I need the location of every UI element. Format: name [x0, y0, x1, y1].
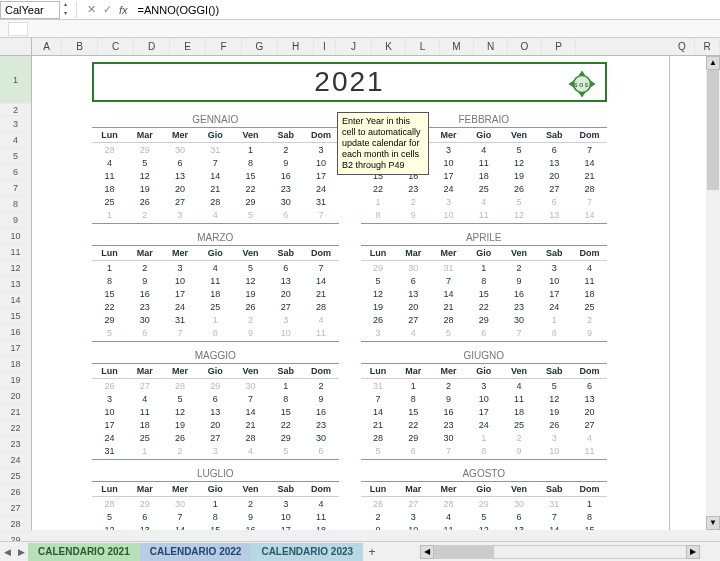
row-header-16[interactable]: 16 [0, 324, 31, 340]
day-cell[interactable]: 23 [396, 182, 431, 195]
day-cell[interactable]: 12 [537, 392, 572, 405]
day-cell[interactable]: 9 [233, 326, 268, 339]
day-cell[interactable]: 11 [92, 169, 127, 182]
day-cell[interactable]: 16 [268, 169, 303, 182]
add-sheet-icon[interactable]: + [363, 545, 381, 559]
day-cell[interactable]: 4 [198, 208, 233, 221]
day-cell[interactable]: 25 [92, 195, 127, 208]
toolbar-button[interactable] [8, 22, 28, 36]
col-header-G[interactable]: G [242, 38, 278, 55]
day-cell[interactable]: 23 [127, 300, 162, 313]
col-header-Q[interactable]: Q [670, 38, 695, 55]
col-header-C[interactable]: C [98, 38, 134, 55]
day-cell[interactable]: 27 [268, 300, 303, 313]
day-cell[interactable]: 28 [92, 497, 127, 510]
day-cell[interactable]: 21 [361, 418, 396, 431]
day-cell[interactable]: 7 [361, 392, 396, 405]
day-cell[interactable]: 13 [572, 392, 607, 405]
col-header-R[interactable]: R [695, 38, 720, 55]
day-cell[interactable]: 21 [233, 418, 268, 431]
day-cell[interactable]: 12 [361, 287, 396, 300]
day-cell[interactable]: 13 [396, 287, 431, 300]
row-header-9[interactable]: 9 [0, 212, 31, 228]
day-cell[interactable]: 2 [127, 208, 162, 221]
day-cell[interactable]: 24 [303, 182, 338, 195]
day-cell[interactable]: 12 [92, 523, 127, 530]
column-headers[interactable]: ABCDEFGHIJKLMNOP [32, 38, 670, 55]
day-cell[interactable]: 30 [396, 261, 431, 274]
day-cell[interactable]: 26 [162, 431, 197, 444]
day-cell[interactable]: 9 [396, 208, 431, 221]
day-cell[interactable]: 10 [303, 156, 338, 169]
day-cell[interactable]: 27 [537, 182, 572, 195]
col-header-P[interactable]: P [542, 38, 576, 55]
row-header-15[interactable]: 15 [0, 308, 31, 324]
day-cell[interactable]: 28 [162, 379, 197, 392]
day-cell[interactable]: 25 [572, 300, 607, 313]
day-cell[interactable]: 1 [537, 313, 572, 326]
day-cell[interactable]: 19 [537, 405, 572, 418]
day-cell[interactable]: 12 [501, 156, 536, 169]
row-header-17[interactable]: 17 [0, 340, 31, 356]
day-cell[interactable]: 27 [127, 379, 162, 392]
day-cell[interactable]: 1 [396, 379, 431, 392]
col-header-L[interactable]: L [406, 38, 440, 55]
day-cell[interactable]: 15 [198, 523, 233, 530]
day-cell[interactable]: 20 [162, 182, 197, 195]
day-cell[interactable]: 10 [431, 156, 466, 169]
day-cell[interactable]: 1 [198, 313, 233, 326]
day-cell[interactable]: 30 [268, 195, 303, 208]
day-cell[interactable]: 8 [572, 510, 607, 523]
day-cell[interactable]: 5 [361, 274, 396, 287]
row-header-25[interactable]: 25 [0, 468, 31, 484]
day-cell[interactable]: 28 [361, 431, 396, 444]
row-header-19[interactable]: 19 [0, 372, 31, 388]
row-headers[interactable]: 1234567891011121314151617181920212223242… [0, 56, 32, 530]
day-cell[interactable]: 11 [431, 523, 466, 530]
day-cell[interactable]: 5 [162, 392, 197, 405]
day-cell[interactable]: 3 [466, 379, 501, 392]
day-cell[interactable]: 7 [162, 326, 197, 339]
day-cell[interactable]: 19 [162, 418, 197, 431]
day-cell[interactable]: 27 [396, 497, 431, 510]
day-cell[interactable]: 7 [431, 444, 466, 457]
day-cell[interactable]: 27 [198, 431, 233, 444]
scroll-right-icon[interactable]: ▶ [686, 545, 700, 559]
col-header-D[interactable]: D [134, 38, 170, 55]
day-cell[interactable]: 23 [268, 182, 303, 195]
day-cell[interactable]: 19 [361, 300, 396, 313]
col-header-E[interactable]: E [170, 38, 206, 55]
day-cell[interactable]: 28 [92, 143, 127, 156]
day-cell[interactable]: 1 [268, 379, 303, 392]
day-cell[interactable]: 21 [303, 287, 338, 300]
day-cell[interactable]: 2 [233, 497, 268, 510]
day-cell[interactable]: 2 [233, 313, 268, 326]
day-cell[interactable]: 22 [396, 418, 431, 431]
day-cell[interactable]: 30 [233, 379, 268, 392]
day-cell[interactable]: 6 [303, 444, 338, 457]
day-cell[interactable]: 7 [572, 195, 607, 208]
col-header-J[interactable]: J [336, 38, 372, 55]
row-header-4[interactable]: 4 [0, 132, 31, 148]
day-cell[interactable]: 2 [127, 261, 162, 274]
day-cell[interactable]: 1 [233, 143, 268, 156]
day-cell[interactable]: 29 [92, 313, 127, 326]
day-cell[interactable]: 29 [466, 313, 501, 326]
day-cell[interactable]: 18 [198, 287, 233, 300]
day-cell[interactable]: 31 [361, 379, 396, 392]
day-cell[interactable]: 3 [431, 195, 466, 208]
day-cell[interactable]: 26 [127, 195, 162, 208]
day-cell[interactable]: 5 [233, 261, 268, 274]
day-cell[interactable]: 31 [92, 444, 127, 457]
day-cell[interactable]: 4 [127, 392, 162, 405]
day-cell[interactable]: 3 [198, 444, 233, 457]
day-cell[interactable]: 10 [162, 274, 197, 287]
day-cell[interactable]: 1 [572, 497, 607, 510]
day-cell[interactable]: 5 [92, 510, 127, 523]
day-cell[interactable]: 5 [537, 379, 572, 392]
row-header-27[interactable]: 27 [0, 500, 31, 516]
row-header-7[interactable]: 7 [0, 180, 31, 196]
day-cell[interactable]: 31 [431, 261, 466, 274]
col-header-O[interactable]: O [508, 38, 542, 55]
sheet-tab-2022[interactable]: CALENDARIO 2022 [140, 543, 252, 561]
